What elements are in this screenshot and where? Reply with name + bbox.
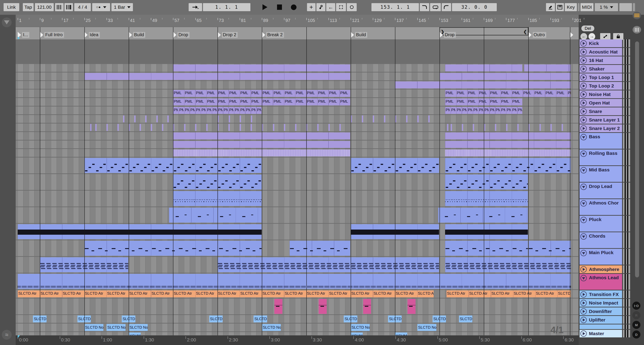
locator-end[interactable]: [570, 31, 573, 39]
Top Loop 1-clip[interactable]: PMLPMLPMLPMLPMLPMLPMLPMLPMLPMLPMLPMLPMLP…: [173, 98, 350, 106]
metronome-button[interactable]: ○●: [92, 3, 110, 11]
track-header-uplifter[interactable]: Uplifter: [580, 316, 622, 324]
track-header-bass[interactable]: Bass: [580, 133, 622, 149]
mixer-sections-toggle[interactable]: [632, 26, 641, 34]
show-mixer-button[interactable]: ≈: [2, 330, 12, 340]
Athmosphere-clip[interactable]: SLCTD AtrSLCTD AtrSLCTD AtrSLCTD AtrSLCT…: [18, 290, 434, 297]
locator-scrub-row[interactable]: ❯❮I...Full IntroIdeaBuildDropDrop 2Break…: [16, 27, 579, 40]
track-header-mid-bass[interactable]: Mid Bass: [580, 166, 622, 182]
play-button[interactable]: [260, 3, 270, 11]
Transition FX-clip[interactable]: SLCTD: [33, 316, 46, 322]
track-header-pluck[interactable]: Pluck: [580, 216, 622, 232]
Pluck-clip[interactable]: [528, 241, 571, 256]
locator-build[interactable]: Build: [351, 31, 367, 39]
punch-out-button[interactable]: [442, 3, 451, 11]
draw-pencil-button[interactable]: [546, 3, 555, 11]
Snare-clip[interactable]: [173, 132, 350, 140]
lane-mid-bass[interactable]: [16, 190, 579, 206]
Shaker-clip[interactable]: PMLPMLPMLPMLPMLPMLPMLPMLPMLPMLPMLPML: [445, 90, 571, 97]
lane-acoustic-hat[interactable]: [16, 72, 579, 80]
lane-main-pluck[interactable]: [16, 274, 579, 289]
play-arrow-icon[interactable]: [580, 266, 587, 272]
Open Hat-clip[interactable]: [90, 124, 350, 131]
history-back-button[interactable]: ←: [580, 33, 587, 40]
lane-athmosphere[interactable]: SLCTD AtrSLCTD AtrSLCTD AtrSLCTD AtrSLCT…: [16, 290, 579, 298]
lane-athmos-lead[interactable]: [16, 298, 579, 314]
locator-drop[interactable]: Drop: [440, 31, 456, 39]
Acoustic Hat-clip[interactable]: [440, 73, 571, 80]
Athmos Lead-clip[interactable]: [274, 299, 282, 314]
locator-break-2[interactable]: Break 2: [262, 31, 284, 39]
Noise Hat-clip[interactable]: [218, 116, 262, 122]
show-browser-button[interactable]: [2, 18, 12, 27]
lane-shaker[interactable]: PMLPMLPMLPMLPMLPMLPMLPMLPMLPMLPMLPMLPMLP…: [16, 90, 579, 97]
time-ruler[interactable]: 0:000:301:001:302:002:303:003:304:004:30…: [16, 336, 579, 345]
lane-snare-layer-1[interactable]: [16, 140, 579, 148]
lane-athmos-chor[interactable]: [16, 224, 579, 240]
Noise Impact-clip[interactable]: SLCTD No: [106, 324, 126, 331]
track-header-main-pluck[interactable]: Main Pluck: [580, 249, 622, 265]
play-arrow-icon[interactable]: [580, 100, 587, 106]
Noise Impact-clip[interactable]: SLCTD No: [351, 324, 370, 331]
arrangement-overview-toggle[interactable]: [632, 12, 641, 19]
Drop Lead-clip[interactable]: [438, 208, 528, 222]
track-header-noise-impact[interactable]: Noise Impact: [580, 299, 622, 307]
Noise Impact-clip[interactable]: SLCTD No: [129, 324, 148, 331]
lane-open-hat[interactable]: [16, 124, 579, 131]
arrangement-position-display[interactable]: 1. 1. 1: [203, 3, 250, 11]
nudge-up-button[interactable]: [64, 3, 73, 11]
track-header-top-loop-2[interactable]: Top Loop 2: [580, 82, 622, 90]
track-header-snare-layer-2[interactable]: Snare Layer 2: [580, 124, 622, 132]
track-header-rolling-bass[interactable]: Rolling Bass: [580, 150, 622, 165]
Transition FX-clip[interactable]: SLCTD: [388, 316, 402, 322]
track-header-downlifter[interactable]: Downlifter: [580, 308, 622, 315]
Kick-clip[interactable]: [173, 64, 350, 71]
track-header-kick[interactable]: Kick: [580, 40, 622, 47]
nudge-down-button[interactable]: [55, 3, 64, 11]
cpu-meter[interactable]: 1 %: [595, 3, 618, 11]
Top Loop 2-clip[interactable]: PMPMPMPMPMPMPMPMPMPMPMPMPMPMPMPM: [173, 107, 261, 114]
Athmosphere-clip[interactable]: SLCTD AtrSLCTD AtrSLCTD AtrSLCTD AtrSLCT…: [446, 290, 571, 297]
Transition FX-clip[interactable]: SLCTD: [459, 316, 472, 322]
Rolling Bass-clip[interactable]: [173, 174, 261, 190]
Shaker-clip[interactable]: PMLPMLPMLPMLPMLPMLPMLPMLPMLPMLPMLPMLPMLP…: [173, 90, 350, 97]
Pluck-clip[interactable]: [84, 241, 262, 256]
locator-drop-2[interactable]: Drop 2: [218, 31, 238, 39]
overdub-button[interactable]: +: [307, 3, 316, 11]
Bass-clip[interactable]: [351, 158, 439, 173]
track-header-transition-fx[interactable]: Transition FX: [580, 290, 622, 298]
Mid Bass-clip[interactable]: [445, 191, 528, 206]
play-arrow-icon[interactable]: [580, 91, 587, 98]
Snare Layer 1-clip[interactable]: [173, 141, 350, 148]
delete-button[interactable]: Del: [581, 26, 594, 31]
Noise Impact-clip[interactable]: SLCTD No: [84, 324, 104, 331]
lane-pluck[interactable]: [16, 240, 579, 256]
track-header-open-hat[interactable]: Open Hat: [580, 99, 622, 107]
automation-mode-button[interactable]: [347, 3, 357, 11]
Snare-clip[interactable]: [445, 132, 571, 140]
Pluck-clip[interactable]: [445, 241, 528, 256]
Bass-clip[interactable]: [84, 158, 262, 173]
loop-start-display[interactable]: 153. 1. 1: [372, 3, 419, 11]
track-header-chords[interactable]: Chords: [580, 232, 622, 248]
lane-drop-lead[interactable]: [16, 207, 579, 223]
play-arrow-icon[interactable]: [580, 330, 587, 337]
mixer-toggle-io[interactable]: I·O: [632, 302, 640, 310]
lane-snare[interactable]: [16, 132, 579, 140]
play-arrow-icon[interactable]: [580, 66, 587, 72]
Transition FX-clip[interactable]: SLCTD: [78, 316, 91, 322]
Bass-clip[interactable]: [445, 158, 571, 173]
loop-switch[interactable]: [430, 3, 441, 11]
play-arrow-icon[interactable]: [580, 49, 587, 55]
vertical-scrollbar[interactable]: [635, 42, 639, 278]
history-forward-button[interactable]: →: [588, 33, 595, 40]
track-header-16-hat[interactable]: 16 Hat: [580, 56, 622, 64]
Athmos Chor-clip[interactable]: [351, 224, 439, 239]
Open Hat-clip[interactable]: [445, 124, 571, 131]
lane-transition-fx[interactable]: SLCTDSLCTDSLCTDSLCTDSLCTDSLCTDSLCTDSLCTD…: [16, 315, 579, 323]
play-arrow-icon[interactable]: [580, 291, 587, 298]
stop-button[interactable]: [274, 3, 285, 11]
Noise Hat-clip[interactable]: [351, 116, 439, 122]
lane-rolling-bass[interactable]: [16, 174, 579, 190]
back-to-arrangement-button[interactable]: ←: [326, 3, 335, 11]
